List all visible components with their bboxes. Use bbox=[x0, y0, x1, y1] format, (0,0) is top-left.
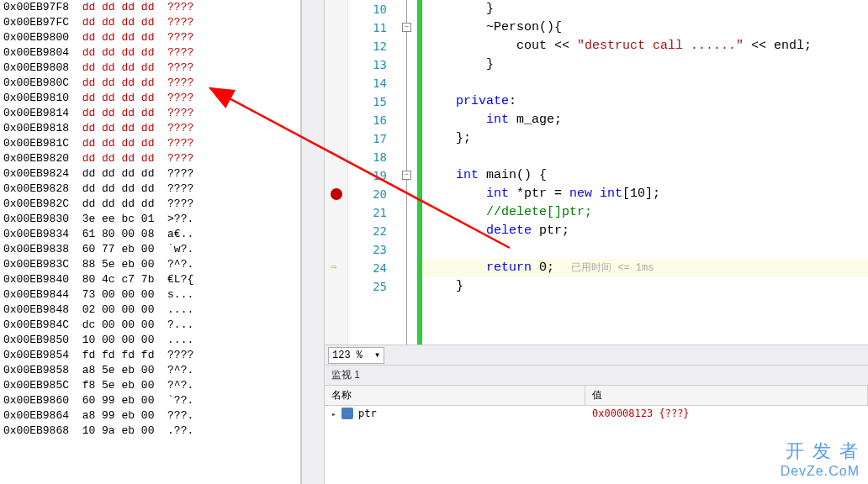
code-line[interactable]: ~Person(){ bbox=[422, 18, 868, 37]
memory-row[interactable]: 0x00EB9844 73 00 00 00 s... bbox=[0, 287, 300, 302]
line-number: 18 bbox=[348, 148, 387, 166]
line-number: 16 bbox=[348, 111, 387, 129]
code-line[interactable] bbox=[422, 240, 868, 259]
memory-row[interactable]: 0x00EB9818 dd dd dd dd ???? bbox=[0, 121, 300, 136]
line-number: 11 bbox=[348, 18, 387, 37]
code-line[interactable]: //delete[]ptr; bbox=[422, 203, 868, 222]
code-line[interactable]: } bbox=[422, 55, 868, 74]
outline-gutter[interactable]: −− bbox=[399, 0, 417, 345]
line-number: 21 bbox=[348, 203, 387, 222]
code-line[interactable] bbox=[422, 74, 868, 92]
memory-row[interactable]: 0x00EB9814 dd dd dd dd ???? bbox=[0, 106, 300, 121]
watch-var-name: ptr bbox=[358, 408, 377, 419]
line-number: 23 bbox=[348, 240, 387, 259]
code-editor[interactable]: ⇨ 10111213141516171819202122232425 −− } … bbox=[325, 0, 868, 345]
vertical-splitter[interactable] bbox=[301, 0, 325, 484]
memory-row[interactable]: 0x00EB982C dd dd dd dd ???? bbox=[0, 197, 300, 212]
code-line[interactable]: } bbox=[422, 0, 868, 18]
code-lines[interactable]: } ~Person(){ cout << "destruct call ....… bbox=[422, 0, 868, 345]
code-line[interactable]: int *ptr = new int[10]; bbox=[422, 185, 868, 203]
line-number: 22 bbox=[348, 222, 387, 240]
memory-row[interactable]: 0x00EB9820 dd dd dd dd ???? bbox=[0, 151, 300, 166]
memory-row[interactable]: 0x00EB9810 dd dd dd dd ???? bbox=[0, 91, 300, 106]
line-number: 14 bbox=[348, 74, 387, 92]
code-line[interactable]: delete ptr; bbox=[422, 222, 868, 240]
memory-row[interactable]: 0x00EB97FC dd dd dd dd ???? bbox=[0, 15, 300, 30]
code-line[interactable]: return 0;已用时间 <= 1ms bbox=[422, 259, 868, 277]
memory-row[interactable]: 0x00EB9824 dd dd dd dd ???? bbox=[0, 166, 300, 182]
memory-row[interactable]: 0x00EB9868 10 9a eb 00 .??. bbox=[0, 424, 300, 439]
memory-row[interactable]: 0x00EB9860 60 99 eb 00 `??. bbox=[0, 393, 300, 408]
memory-panel: 0x00EB97F8 dd dd dd dd ????0x00EB97FC dd… bbox=[0, 0, 301, 484]
memory-row[interactable]: 0x00EB9854 fd fd fd fd ???? bbox=[0, 348, 300, 363]
line-number: 12 bbox=[348, 37, 387, 55]
outline-collapse-icon[interactable]: − bbox=[402, 23, 411, 32]
memory-row[interactable]: 0x00EB985C f8 5e eb 00 ?^?. bbox=[0, 378, 300, 393]
line-number-gutter: 10111213141516171819202122232425 bbox=[348, 0, 399, 345]
breakpoint-gutter[interactable]: ⇨ bbox=[325, 0, 348, 345]
memory-row[interactable]: 0x00EB9804 dd dd dd dd ???? bbox=[0, 45, 300, 60]
outline-collapse-icon[interactable]: − bbox=[402, 171, 411, 180]
line-number: 25 bbox=[348, 277, 387, 296]
line-number: 10 bbox=[348, 0, 387, 18]
watermark: 开 发 者 DevZe.CoM bbox=[781, 439, 860, 479]
line-number: 17 bbox=[348, 129, 387, 148]
zoom-value: 123 % bbox=[332, 350, 363, 361]
memory-row[interactable]: 0x00EB9850 10 00 00 00 .... bbox=[0, 333, 300, 348]
memory-scroll[interactable]: 0x00EB97F8 dd dd dd dd ????0x00EB97FC dd… bbox=[0, 0, 300, 484]
line-number: 15 bbox=[348, 92, 387, 111]
watch-panel-title: 监视 1 bbox=[325, 366, 868, 386]
zoom-select[interactable]: 123 % ▾ bbox=[328, 347, 384, 364]
memory-row[interactable]: 0x00EB9864 a8 99 eb 00 ???. bbox=[0, 408, 300, 424]
watch-col-name[interactable]: 名称 bbox=[325, 386, 585, 405]
memory-row[interactable]: 0x00EB9858 a8 5e eb 00 ?^?. bbox=[0, 363, 300, 378]
memory-row[interactable]: 0x00EB9830 3e ee bc 01 >??. bbox=[0, 212, 300, 227]
memory-row[interactable]: 0x00EB984C dc 00 00 00 ?... bbox=[0, 318, 300, 333]
line-number: 20 bbox=[348, 185, 387, 203]
chevron-down-icon: ▾ bbox=[374, 349, 380, 361]
code-line[interactable]: private: bbox=[422, 92, 868, 111]
code-line[interactable]: int m_age; bbox=[422, 111, 868, 129]
memory-row[interactable]: 0x00EB9808 dd dd dd dd ???? bbox=[0, 60, 300, 76]
memory-row[interactable]: 0x00EB983C 88 5e eb 00 ?^?. bbox=[0, 257, 300, 272]
zoom-toolbar: 123 % ▾ bbox=[325, 345, 868, 365]
expand-icon[interactable]: ▸ bbox=[331, 409, 336, 418]
watch-header: 名称 值 bbox=[325, 386, 868, 406]
code-line[interactable]: } bbox=[422, 277, 868, 296]
memory-row[interactable]: 0x00EB97F8 dd dd dd dd ???? bbox=[0, 0, 300, 15]
memory-row[interactable]: 0x00EB9848 02 00 00 00 .... bbox=[0, 302, 300, 318]
memory-row[interactable]: 0x00EB980C dd dd dd dd ???? bbox=[0, 76, 300, 91]
code-line[interactable]: cout << "destruct call ......" << endl; bbox=[422, 37, 868, 55]
memory-row[interactable]: 0x00EB9834 61 80 00 08 a€.. bbox=[0, 227, 300, 242]
line-number: 24 bbox=[348, 259, 387, 277]
variable-icon bbox=[341, 408, 353, 419]
watch-var-value: 0x00008123 {???} bbox=[585, 408, 868, 419]
line-number: 13 bbox=[348, 55, 387, 74]
code-line[interactable]: int main() { bbox=[422, 166, 868, 185]
code-line[interactable]: }; bbox=[422, 129, 868, 148]
current-line-arrow-icon: ⇨ bbox=[331, 260, 336, 273]
memory-row[interactable]: 0x00EB981C dd dd dd dd ???? bbox=[0, 136, 300, 151]
memory-row[interactable]: 0x00EB9828 dd dd dd dd ???? bbox=[0, 182, 300, 197]
breakpoint-icon[interactable] bbox=[331, 188, 342, 200]
code-line[interactable] bbox=[422, 148, 868, 166]
line-number: 19 bbox=[348, 166, 387, 185]
memory-row[interactable]: 0x00EB9838 60 77 eb 00 `w?. bbox=[0, 242, 300, 257]
watch-row[interactable]: ▸ ptr 0x00008123 {???} bbox=[325, 406, 868, 421]
memory-row[interactable]: 0x00EB9840 80 4c c7 7b €L?{ bbox=[0, 272, 300, 287]
watch-col-value[interactable]: 值 bbox=[585, 386, 868, 405]
memory-row[interactable]: 0x00EB9800 dd dd dd dd ???? bbox=[0, 30, 300, 45]
